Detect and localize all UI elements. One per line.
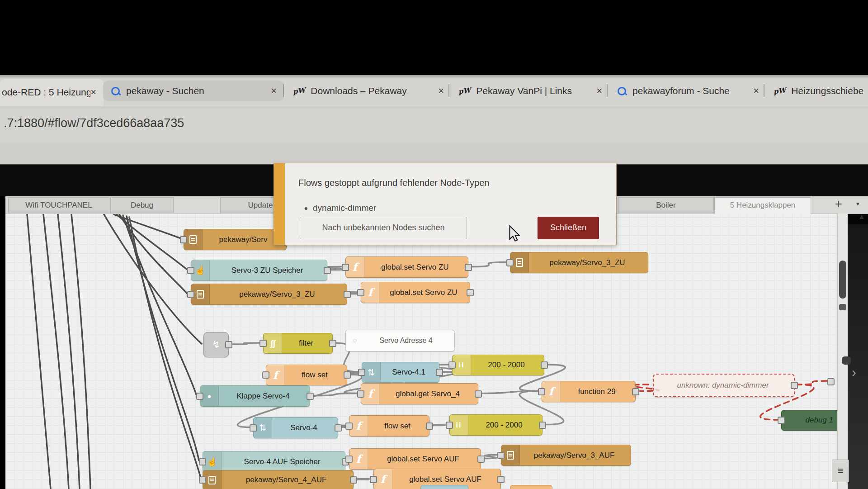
output-port[interactable] xyxy=(436,369,443,376)
flow-node-pekaway-serv-top[interactable]: pekaway/Serv xyxy=(184,229,287,250)
flow-node-sliver-2[interactable] xyxy=(510,485,552,489)
input-port[interactable] xyxy=(506,259,514,266)
link-icon: ↯ xyxy=(204,332,228,357)
flow-node-sliver-1[interactable] xyxy=(420,485,468,489)
browser-tab[interactable]: pekawayforum - Suche× xyxy=(609,78,766,104)
flow-node-range-1[interactable]: ii200 - 2000 xyxy=(452,355,544,375)
scroll-up-arrow[interactable]: ▲ xyxy=(858,213,865,221)
flow-node-pekaway-servo3-zu-out[interactable]: pekaway/Servo_3_ZU xyxy=(510,252,648,273)
tab-title: ode-RED : 5 Heizung xyxy=(2,87,90,98)
flow-node-debug-1[interactable]: debug 1 xyxy=(781,410,839,431)
flow-node-flow-set-2[interactable]: fflow set xyxy=(349,415,429,437)
close-notification-button[interactable]: Schließen xyxy=(538,217,599,239)
flow-node-function-29[interactable]: ffunction 29 xyxy=(542,381,636,402)
tab-close-icon[interactable]: × xyxy=(596,85,602,97)
input-port[interactable] xyxy=(497,452,505,459)
input-port[interactable] xyxy=(262,371,269,379)
output-port[interactable] xyxy=(475,390,482,398)
browser-tab[interactable]: pekaway - Suchen× xyxy=(103,81,284,101)
output-port[interactable] xyxy=(477,456,485,463)
search-unknown-nodes-button[interactable]: Nach unbekannten Nodes suchen xyxy=(300,217,467,239)
vertical-scrollbar[interactable] xyxy=(837,214,848,489)
workspace-tab-wifi-touchpanel[interactable]: Wifi TOUCHPANEL xyxy=(8,197,109,213)
output-port[interactable] xyxy=(539,422,546,429)
output-port[interactable] xyxy=(465,264,472,271)
sidebar-chevron[interactable]: › xyxy=(852,365,856,380)
flow-node-range-2[interactable]: ii200 - 2000 xyxy=(449,414,542,436)
input-port[interactable] xyxy=(357,390,364,398)
flow-node-comment-servo-adresse[interactable]: ○Servo Adresse 4 xyxy=(345,330,455,351)
flow-node-pekaway-servo3-zu-in[interactable]: pekaway/Servo_3_ZU xyxy=(191,284,347,305)
workspace-tab-boiler[interactable]: Boiler xyxy=(618,197,714,213)
browser-tab[interactable]: pWHeizungsschiebe xyxy=(766,78,868,104)
output-port[interactable] xyxy=(344,291,351,298)
flow-node-globalset-zu-2[interactable]: fglobal.set Servo ZU xyxy=(361,282,470,303)
input-port[interactable] xyxy=(199,476,206,484)
output-port[interactable] xyxy=(335,424,342,432)
tab-close-icon[interactable]: × xyxy=(271,85,277,97)
tab-close-icon[interactable]: × xyxy=(753,85,759,97)
corner-list-icon[interactable]: ≡ xyxy=(832,460,849,482)
input-port[interactable] xyxy=(187,267,194,274)
output-port[interactable] xyxy=(791,382,798,389)
flow-node-servo3-zu-speicher[interactable]: ☝Servo-3 ZU Speicher xyxy=(191,260,327,281)
flow-node-pekaway-servo4-auf[interactable]: pekaway/Servo_4_AUF xyxy=(203,470,354,489)
input-port[interactable] xyxy=(259,340,267,347)
output-port[interactable] xyxy=(541,361,548,369)
output-port[interactable] xyxy=(497,476,505,483)
output-port[interactable] xyxy=(329,340,336,347)
output-port[interactable] xyxy=(467,289,474,296)
input-port[interactable] xyxy=(199,458,206,465)
flow-node-unknown-dimmer[interactable]: unknown: dynamic-dimmer xyxy=(653,374,795,397)
flow-node-servo-41[interactable]: ⇅Servo-4.1 xyxy=(362,362,439,383)
browser-tab[interactable]: ode-RED : 5 Heizung× xyxy=(0,79,104,106)
flow-node-pekaway-servo3-auf[interactable]: pekaway/Servo_3_AUF xyxy=(501,445,631,466)
output-port[interactable] xyxy=(350,476,357,484)
browser-tab[interactable]: pWDownloads – Pekaway× xyxy=(286,78,451,104)
flow-node-filter[interactable]: ʃʃfilter xyxy=(263,333,333,354)
input-port[interactable] xyxy=(538,388,545,395)
browser-tab[interactable]: pWPekaway VanPi | Links× xyxy=(451,78,609,104)
input-port[interactable] xyxy=(357,289,364,296)
input-port[interactable] xyxy=(180,236,187,243)
input-port[interactable] xyxy=(196,393,203,400)
flow-node-klappe-servo4[interactable]: ●Klappe Servo-4 xyxy=(200,385,310,407)
node-label: 200 - 2000 xyxy=(470,415,538,435)
scrollbar-handle[interactable] xyxy=(842,356,851,365)
input-port[interactable] xyxy=(250,424,257,432)
workspace-tab-debug[interactable]: Debug xyxy=(110,197,174,213)
input-port[interactable] xyxy=(370,476,377,483)
address-bar[interactable]: .7:1880/#flow/7df3ced66a8aa735 xyxy=(0,106,868,143)
flow-node-flow-set-1[interactable]: fflow set xyxy=(266,365,347,385)
input-port[interactable] xyxy=(358,369,365,376)
tab-close-icon[interactable]: × xyxy=(438,85,444,97)
output-port[interactable] xyxy=(632,388,639,395)
missing-nodes-notification: Flows gestoppt aufgrund fehlender Node-T… xyxy=(274,163,617,245)
url-text[interactable]: .7:1880/#flow/7df3ced66a8aa735 xyxy=(4,106,184,143)
node-label: global.get Servo_4 xyxy=(381,384,474,404)
flow-node-servo4-auf-speicher[interactable]: ☝Servo-4 AUF Speicher xyxy=(203,451,345,472)
output-port[interactable] xyxy=(225,341,232,348)
output-port[interactable] xyxy=(307,393,314,400)
input-port[interactable] xyxy=(778,417,785,424)
input-port[interactable] xyxy=(446,422,453,429)
add-flow-button[interactable]: + xyxy=(831,196,846,213)
input-port[interactable] xyxy=(345,423,353,430)
flow-node-globalget-servo4[interactable]: fglobal.get Servo_4 xyxy=(361,383,478,404)
input-port[interactable] xyxy=(448,361,456,369)
flow-node-servo-4[interactable]: ⇅Servo-4 xyxy=(253,417,338,438)
workspace-tab-5-heizungsklappen[interactable]: 5 Heizungsklappen xyxy=(714,197,811,214)
output-port[interactable] xyxy=(344,371,351,379)
output-port[interactable] xyxy=(324,267,331,274)
flow-list-dropdown-icon[interactable]: ▾ xyxy=(856,200,859,207)
scrollbar-thumb[interactable] xyxy=(839,261,846,299)
input-port[interactable] xyxy=(342,264,349,271)
flow-node-globalset-zu-1[interactable]: fglobal.set Servo ZU xyxy=(345,256,468,278)
tab-close-icon[interactable]: × xyxy=(90,86,96,98)
flow-node-link-in[interactable]: ↯ xyxy=(203,332,229,357)
input-port[interactable] xyxy=(345,456,353,463)
flow-node-globalset-auf-1[interactable]: fglobal.set Servo AUF xyxy=(349,448,481,470)
output-port[interactable] xyxy=(426,423,433,430)
tab-title: pekaway - Suchen xyxy=(126,85,204,96)
input-port[interactable] xyxy=(187,291,194,298)
